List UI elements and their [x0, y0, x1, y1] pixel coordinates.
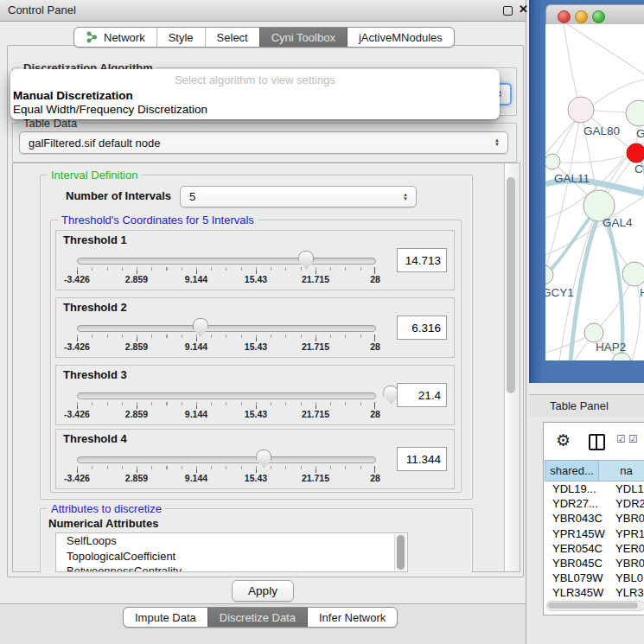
slider-tick-labels: -3.4262.8599.14415.4321.71528: [77, 409, 375, 419]
threshold-row-4: Threshold 4 -3.4262.8599.14415.4321.7152…: [55, 429, 455, 489]
table-row[interactable]: YPR145WYPR1: [545, 526, 644, 541]
combo-arrows-icon: ▲▼: [399, 193, 412, 201]
bottom-tab-bar: Impute Data Discretize Data Infer Networ…: [123, 607, 398, 628]
node-right-green: [626, 100, 644, 126]
close-traffic-light-icon[interactable]: [558, 10, 571, 23]
slider-ticks: [77, 335, 375, 341]
node-label: H: [640, 286, 644, 299]
tab-infer-network[interactable]: Infer Network: [307, 608, 397, 627]
table-toolbar: ⚙ ☑ ☑: [544, 423, 644, 459]
table-row[interactable]: YBL079WYBL0: [545, 571, 644, 585]
threshold-value-field[interactable]: 11.344: [397, 447, 447, 471]
network-graph: GAL80 G C GAL11 GAL4 GCY1 H HAP2: [545, 24, 644, 360]
slider-track[interactable]: [77, 258, 376, 265]
float-window-icon[interactable]: [503, 6, 513, 16]
slider-thumb[interactable]: [298, 251, 314, 269]
node-label: GAL80: [583, 124, 620, 137]
list-scrollbar[interactable]: [394, 534, 406, 571]
slider-tick-labels: -3.4262.8599.14415.4321.71528: [77, 473, 375, 483]
tab-impute-data[interactable]: Impute Data: [124, 608, 207, 627]
list-item[interactable]: SelfLoops: [56, 533, 407, 549]
table-row[interactable]: YBR045CYBR0: [545, 556, 644, 571]
panel-title: Control Panel: [8, 3, 76, 16]
close-icon[interactable]: ✕: [519, 3, 528, 16]
control-panel-titlebar[interactable]: Control Panel ✕: [0, 0, 526, 22]
numerical-attributes-list[interactable]: SelfLoops TopologicalCoefficient Between…: [55, 532, 408, 572]
table-horizontal-scrollbar[interactable]: [546, 601, 644, 611]
settings-vertical-scrollbar[interactable]: [504, 163, 517, 571]
network-canvas[interactable]: GAL80 G C GAL11 GAL4 GCY1 H HAP2: [545, 24, 644, 360]
number-of-intervals-label: Number of Intervals: [66, 189, 171, 202]
thresholds-group-title: Threshold's Coordinates for 5 Intervals: [58, 214, 258, 226]
number-of-intervals-combo[interactable]: 5 ▲▼: [180, 186, 417, 207]
column-header-shared-name[interactable]: shared...: [545, 460, 599, 481]
network-icon: [86, 31, 99, 43]
slider-track[interactable]: [77, 325, 376, 332]
node-label: G: [636, 127, 644, 140]
table-row[interactable]: YDR27...YDR2: [545, 496, 644, 511]
node-label: GCY1: [545, 286, 574, 299]
combo-arrows-icon: ▲▼: [490, 138, 504, 147]
slider-thumb[interactable]: [256, 450, 271, 468]
gear-icon[interactable]: ⚙: [556, 430, 571, 450]
select-columns-icon[interactable]: ☑: [616, 433, 626, 445]
zoom-traffic-light-icon[interactable]: [592, 10, 605, 23]
table-panel-titlebar[interactable]: Table Panel: [529, 394, 644, 418]
table-row[interactable]: YLR345WYLR3: [545, 585, 644, 600]
node-table: ⚙ ☑ ☑ shared... na YDL19...YDL1 YDR27...…: [543, 422, 644, 615]
node-bottom: [612, 353, 631, 360]
numerical-attributes-label: Numerical Attributes: [48, 517, 158, 530]
tab-cyni-toolbox[interactable]: Cyni Toolbox: [259, 28, 347, 47]
slider-track[interactable]: [77, 392, 376, 399]
threshold-value-field[interactable]: 14.713: [397, 248, 447, 272]
tab-jactivemnodules[interactable]: jActiveMNodules: [347, 28, 454, 47]
threshold-value-field[interactable]: 21.4: [397, 383, 447, 407]
node-label: C: [634, 163, 643, 175]
table-data-combo[interactable]: galFiltered.sif default node ▲▼: [19, 131, 508, 154]
popup-option-manual-discretization[interactable]: Manual Discretization: [13, 89, 133, 102]
node-h: [622, 262, 644, 286]
interval-definition-title: Interval Definition: [48, 169, 141, 182]
number-of-intervals-value: 5: [181, 190, 399, 203]
tab-label: Network: [104, 31, 145, 44]
attributes-group-title: Attributes to discretize: [48, 502, 165, 515]
table-row[interactable]: YBR043CYBR0: [545, 511, 644, 526]
table-header-row: shared... na: [545, 460, 644, 481]
slider-track[interactable]: [77, 456, 376, 463]
slider-ticks: [77, 466, 375, 473]
list-item[interactable]: BetweennessCentrality: [56, 564, 407, 572]
tab-select[interactable]: Select: [205, 28, 259, 47]
node-label: GAL4: [603, 216, 633, 229]
select-all-columns-icon[interactable]: ☑: [628, 433, 638, 445]
popup-hint: Select algorithm to view settings: [10, 73, 500, 86]
slider-tick-labels: -3.4262.8599.14415.4321.71528: [77, 274, 375, 284]
screen: Control Panel ✕ Network Style Select: [0, 0, 644, 644]
threshold-value-field[interactable]: 6.316: [397, 316, 447, 340]
slider-ticks: [77, 267, 375, 274]
list-item[interactable]: TopologicalCoefficient: [56, 549, 407, 564]
threshold-row-2: Threshold 2 -3.4262.8599.14415.4321.7152…: [55, 297, 455, 358]
tab-discretize-data[interactable]: Discretize Data: [207, 608, 307, 627]
threshold-row-3: Threshold 3 -3.4262.8599.14415.4321.7152…: [55, 365, 455, 425]
node-label: HAP2: [596, 341, 626, 354]
slider-thumb[interactable]: [193, 318, 208, 336]
top-tab-bar: Network Style Select Cyni Toolbox jActiv…: [73, 27, 455, 48]
split-columns-icon[interactable]: [589, 434, 605, 450]
table-body[interactable]: YDL19...YDL1 YDR27...YDR2 YBR043CYBR0 YP…: [545, 481, 644, 601]
apply-button[interactable]: Apply: [232, 580, 294, 602]
popup-option-equal-width-frequency[interactable]: Equal Width/Frequency Discretization: [13, 103, 207, 116]
node-gal80: [568, 97, 594, 123]
table-panel-title: Table Panel: [550, 399, 609, 412]
minimize-traffic-light-icon[interactable]: [575, 10, 588, 23]
node-gal11: [545, 154, 560, 169]
slider-tick-labels: -3.4262.8599.14415.4321.71528: [77, 341, 375, 352]
tab-network[interactable]: Network: [74, 28, 156, 47]
tab-style[interactable]: Style: [156, 28, 205, 47]
table-row[interactable]: YDL19...YDL1: [545, 481, 644, 496]
table-row[interactable]: YER054CYER0: [545, 541, 644, 556]
threshold-row-1: Threshold 1 -3.4262.8599.14415.4321.7152…: [55, 230, 455, 290]
table-data-combo-value: galFiltered.sif default node: [20, 137, 490, 150]
column-header-name[interactable]: na: [599, 460, 644, 481]
node-label: GAL11: [554, 172, 590, 185]
network-view-window[interactable]: GAL80 G C GAL11 GAL4 GCY1 H HAP2: [529, 0, 644, 383]
